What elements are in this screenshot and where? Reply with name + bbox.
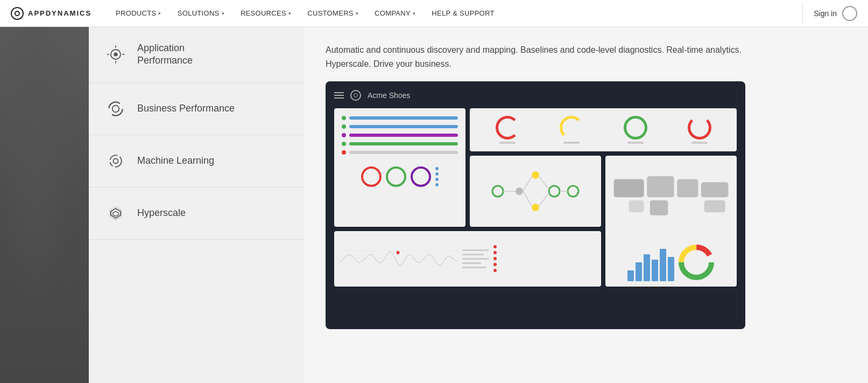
mini-bar-4 <box>652 260 658 281</box>
mini-bar-6 <box>668 257 674 281</box>
gauge-widget-1 <box>496 116 519 144</box>
svg-rect-22 <box>614 179 644 198</box>
sidebar-image <box>0 27 89 383</box>
business-icon <box>105 98 126 120</box>
menu-item-application[interactable]: ApplicationPerformance <box>89 27 304 83</box>
wave-dot-2 <box>493 251 497 254</box>
nav-item-company[interactable]: COMPANY ▾ <box>366 0 424 27</box>
bar-donut-area <box>627 238 715 281</box>
wave-dot-3 <box>493 257 497 260</box>
nav-company-label: COMPANY <box>375 9 411 17</box>
wave-label-2 <box>462 254 484 255</box>
svg-line-18 <box>523 191 532 206</box>
gauge-widget-3 <box>624 116 647 144</box>
gauge-ring-4 <box>688 116 711 140</box>
wave-label-5 <box>462 267 486 268</box>
image-overlay <box>0 27 89 383</box>
bar-row-2 <box>342 124 458 129</box>
gauge-ring-2 <box>560 116 583 140</box>
wave-labels <box>462 249 489 268</box>
left-menu: ApplicationPerformance Business Performa… <box>89 27 304 383</box>
nav-item-solutions[interactable]: SOLUTIONS ▾ <box>170 0 232 27</box>
gauge-label-4 <box>691 142 708 144</box>
main-content: ApplicationPerformance Business Performa… <box>0 27 868 383</box>
bar-track-4 <box>349 142 458 145</box>
machine-learning-icon <box>105 150 126 172</box>
dashboard-title: Acme Shoes <box>368 91 410 100</box>
circle-red <box>361 166 382 187</box>
menu-item-hyperscale[interactable]: Hyperscale <box>89 187 304 240</box>
svg-rect-23 <box>647 176 674 197</box>
solutions-arrow-icon: ▾ <box>222 11 224 16</box>
customers-arrow-icon: ▾ <box>356 11 358 16</box>
nav-products-label: PRODUCTS <box>116 9 156 17</box>
right-content: Automatic and continuous discovery and m… <box>304 27 868 383</box>
nav-items: PRODUCTS ▾ SOLUTIONS ▾ RESOURCES ▾ CUSTO… <box>108 0 802 27</box>
network-svg <box>475 164 596 218</box>
signin-avatar-icon <box>842 6 857 21</box>
logo-text: APPDYNAMICS <box>28 9 91 17</box>
gauge-label-1 <box>499 142 516 144</box>
circle-purple <box>411 166 431 187</box>
bar-track-2 <box>349 125 458 128</box>
wave-label-4 <box>462 262 481 264</box>
nav-item-customers[interactable]: CUSTOMERS ▾ <box>299 0 366 27</box>
svg-point-9 <box>114 158 118 163</box>
gauge-widget-4 <box>688 116 711 144</box>
svg-point-7 <box>112 105 119 112</box>
dashboard-card-gauges <box>470 108 737 151</box>
bar-dot-purple <box>342 133 346 137</box>
hamburger-line-2 <box>334 95 344 96</box>
bar-track-3 <box>349 134 458 137</box>
gauge-widget-2 <box>560 116 583 144</box>
menu-item-machine-learning[interactable]: Machine Learning <box>89 135 304 187</box>
dashboard-grid <box>334 108 737 286</box>
nav-resources-label: RESOURCES <box>241 9 286 17</box>
bar-dot-red <box>342 150 346 155</box>
dashboard-card-wave <box>334 231 601 286</box>
dots-col <box>435 167 439 186</box>
description-text: Automatic and continuous discovery and m… <box>326 43 756 71</box>
nav-divider <box>802 3 803 24</box>
gauge-ring-1 <box>496 116 519 140</box>
logo[interactable]: APPDYNAMICS <box>11 7 91 20</box>
svg-point-8 <box>110 155 122 167</box>
wave-dots <box>493 245 497 272</box>
bar-row-4 <box>342 142 458 146</box>
circle-green <box>386 166 406 187</box>
products-arrow-icon: ▾ <box>158 11 161 16</box>
resources-arrow-icon: ▾ <box>288 11 291 16</box>
hamburger-line-1 <box>334 92 344 93</box>
dot-3 <box>435 178 439 181</box>
nav-item-products[interactable]: PRODUCTS ▾ <box>108 0 170 27</box>
nav-solutions-label: SOLUTIONS <box>178 9 220 17</box>
navbar: APPDYNAMICS PRODUCTS ▾ SOLUTIONS ▾ RESOU… <box>0 0 868 27</box>
hyperscale-label: Hyperscale <box>137 207 186 219</box>
company-arrow-icon: ▾ <box>413 11 415 16</box>
mini-bar-2 <box>636 262 642 281</box>
nav-help-label: HELP & SUPPORT <box>432 9 494 17</box>
dashboard-logo <box>350 90 361 101</box>
bar-dot-green-2 <box>342 124 346 129</box>
hamburger-icon[interactable] <box>334 92 344 99</box>
signin-button[interactable]: Sign in <box>814 6 857 21</box>
gauge-label-3 <box>627 142 644 144</box>
nav-item-help[interactable]: HELP & SUPPORT <box>424 0 502 27</box>
svg-line-19 <box>539 177 549 190</box>
svg-rect-26 <box>701 182 728 197</box>
svg-point-14 <box>549 186 560 197</box>
svg-point-1 <box>114 53 117 57</box>
nav-item-resources[interactable]: RESOURCES ▾ <box>232 0 299 27</box>
business-label: Business Performance <box>137 102 235 115</box>
dashboard-header: Acme Shoes <box>334 90 737 101</box>
hamburger-line-3 <box>334 98 344 99</box>
svg-rect-27 <box>704 200 725 212</box>
wave-label-1 <box>462 249 489 251</box>
svg-point-11 <box>532 171 539 179</box>
bar-track-5 <box>349 151 458 154</box>
menu-item-business[interactable]: Business Performance <box>89 83 304 135</box>
dashboard-mockup: Acme Shoes <box>326 81 745 329</box>
application-label: ApplicationPerformance <box>137 42 193 67</box>
dashboard-logo-inner <box>354 93 358 98</box>
wave-dot-1 <box>493 245 497 248</box>
